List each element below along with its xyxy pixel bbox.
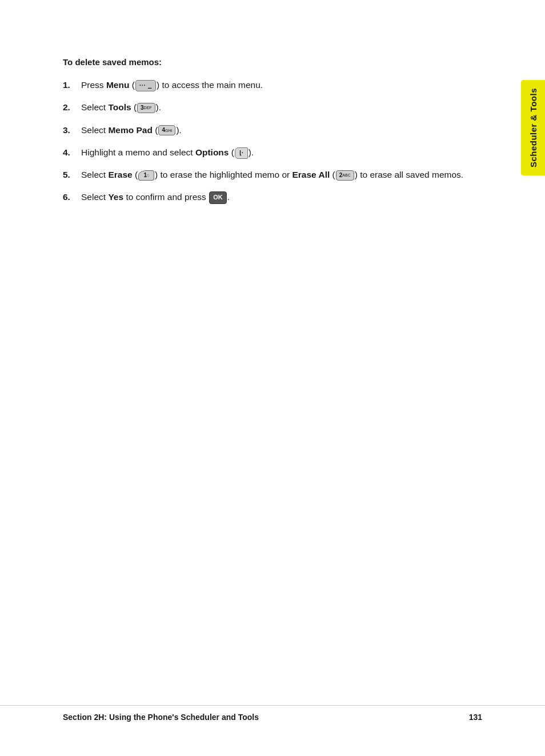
step-content: Press Menu (··· ⎯) to access the main me… bbox=[81, 78, 488, 91]
menu-key-icon: ··· ⎯ bbox=[135, 80, 156, 91]
bold-text: Erase All bbox=[292, 170, 330, 179]
steps-list: 1. Press Menu (··· ⎯) to access the main… bbox=[63, 78, 488, 204]
step-content: Select Memo Pad (4GHI). bbox=[81, 123, 488, 137]
main-content: To delete saved memos: 1. Press Menu (··… bbox=[63, 46, 488, 204]
side-tab: Scheduler & Tools bbox=[521, 80, 545, 175]
num-key-icon: 4GHI bbox=[158, 125, 175, 135]
side-tab-label: Scheduler & Tools bbox=[528, 88, 538, 167]
list-item: 5. Select Erase (1□) to erase the highli… bbox=[63, 168, 488, 181]
erase-all-key-icon: 2ABC bbox=[336, 170, 354, 181]
page-container: Scheduler & Tools To delete saved memos:… bbox=[0, 0, 545, 756]
bold-text: Erase bbox=[108, 170, 132, 179]
footer-section-text: Section 2H: Using the Phone's Scheduler … bbox=[63, 713, 259, 722]
list-item: 3. Select Memo Pad (4GHI). bbox=[63, 123, 488, 137]
list-item: 2. Select Tools (3DEF). bbox=[63, 101, 488, 114]
step-number: 1. bbox=[63, 78, 81, 91]
bold-text: Tools bbox=[108, 102, 131, 112]
bold-text: Options bbox=[195, 147, 229, 157]
footer-page-number: 131 bbox=[469, 713, 482, 722]
step-number: 2. bbox=[63, 101, 81, 114]
step-number: 5. bbox=[63, 168, 81, 181]
section-heading: To delete saved memos: bbox=[63, 57, 488, 67]
step-number: 4. bbox=[63, 146, 81, 159]
options-key-icon: ⌊· bbox=[235, 147, 248, 159]
erase-key-icon: 1□ bbox=[138, 170, 154, 181]
step-content: Highlight a memo and select Options (⌊·)… bbox=[81, 146, 488, 159]
step-number: 6. bbox=[63, 190, 81, 203]
step-number: 3. bbox=[63, 123, 81, 137]
bold-text: Menu bbox=[106, 80, 129, 90]
list-item: 1. Press Menu (··· ⎯) to access the main… bbox=[63, 78, 488, 91]
ok-key-icon: OK bbox=[209, 191, 227, 203]
bold-text: Yes bbox=[108, 192, 123, 202]
num-key-icon: 3DEF bbox=[137, 103, 155, 113]
list-item: 4. Highlight a memo and select Options (… bbox=[63, 146, 488, 159]
page-footer: Section 2H: Using the Phone's Scheduler … bbox=[0, 705, 545, 722]
step-content: Select Yes to confirm and press OK. bbox=[81, 190, 488, 204]
list-item: 6. Select Yes to confirm and press OK. bbox=[63, 190, 488, 204]
step-content: Select Tools (3DEF). bbox=[81, 101, 488, 114]
step-content: Select Erase (1□) to erase the highlight… bbox=[81, 168, 488, 181]
bold-text: Memo Pad bbox=[108, 125, 153, 135]
